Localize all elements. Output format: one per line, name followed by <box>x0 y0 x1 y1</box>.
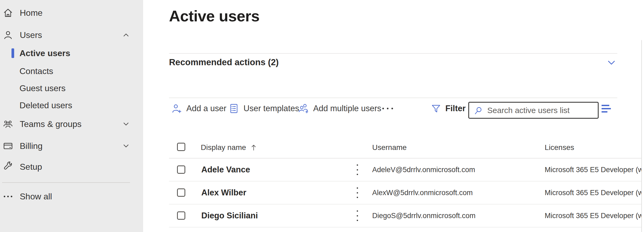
licenses-cell: Microsoft 365 E5 Developer (withou <box>545 189 642 197</box>
chevron-up-icon <box>122 31 130 39</box>
sidebar-divider <box>2 182 130 183</box>
username-cell: AdeleV@5drrlv.onmicrosoft.com <box>372 166 475 174</box>
add-multiple-users-button[interactable]: Add multiple users <box>298 102 381 115</box>
sidebar-item-show-all[interactable]: Show all <box>0 189 143 204</box>
licenses-cell: Microsoft 365 E5 Developer (withou <box>545 166 642 174</box>
add-a-user-label: Add a user <box>186 104 226 113</box>
sort-lines-icon[interactable] <box>602 105 612 114</box>
sidebar-item-guest-users[interactable]: Guest users <box>0 81 143 96</box>
sidebar-item-users[interactable]: Users <box>0 28 143 42</box>
section-divider <box>169 53 617 54</box>
setup-icon <box>3 161 13 172</box>
user-templates-button[interactable]: User templates <box>228 102 299 115</box>
section-divider <box>169 98 617 98</box>
row-checkbox[interactable] <box>177 165 185 174</box>
more-actions-button[interactable] <box>381 102 394 115</box>
search-input[interactable] <box>487 106 594 115</box>
sidebar-item-billing[interactable]: Billing <box>0 138 143 153</box>
users-icon <box>3 30 13 40</box>
row-more-actions-kebab-icon[interactable] <box>353 186 361 199</box>
row-checkbox[interactable] <box>177 188 185 197</box>
username-cell: DiegoS@5drrlv.onmicrosoft.com <box>372 212 476 220</box>
sidebar-item-label: Billing <box>20 141 42 151</box>
sidebar-item-label: Users <box>20 30 42 40</box>
search-icon <box>474 106 483 115</box>
chevron-down-icon[interactable] <box>606 57 617 68</box>
filter-label: Filter <box>445 104 466 113</box>
table-row[interactable]: Adele Vance AdeleV@5drrlv.onmicrosoft.co… <box>169 158 642 181</box>
row-more-actions-kebab-icon[interactable] <box>353 209 361 222</box>
row-checkbox[interactable] <box>177 211 185 220</box>
sidebar-item-teams-groups[interactable]: Teams & groups <box>0 117 143 132</box>
sidebar-item-deleted-users[interactable]: Deleted users <box>0 98 143 113</box>
user-templates-label: User templates <box>244 104 299 113</box>
sidebar: Home Users Active users Contacts Guest u… <box>0 0 143 232</box>
row-divider <box>169 227 642 227</box>
table-row[interactable]: Alex Wilber AlexW@5drrlv.onmicrosoft.com… <box>169 181 642 204</box>
row-more-actions-kebab-icon[interactable] <box>353 163 361 176</box>
show-all-ellipsis-icon <box>3 191 13 202</box>
recommended-actions-title: Recommended actions (2) <box>169 57 279 67</box>
recommended-actions-section[interactable]: Recommended actions (2) <box>169 55 617 71</box>
username-cell: AlexW@5drrlv.onmicrosoft.com <box>372 189 473 197</box>
sidebar-item-label: Teams & groups <box>20 119 81 129</box>
display-name-cell[interactable]: Alex Wilber <box>201 188 246 198</box>
sort-ascending-arrow-icon <box>250 144 257 151</box>
column-header-display-name[interactable]: Display name <box>201 143 257 152</box>
scrollbar-track-edge <box>641 40 642 232</box>
page-title: Active users <box>169 7 260 25</box>
sidebar-item-label: Show all <box>20 192 52 202</box>
search-box <box>468 102 599 119</box>
sidebar-item-label: Contacts <box>19 66 53 76</box>
home-icon <box>3 7 13 18</box>
people-add-icon <box>298 103 309 114</box>
teams-groups-icon <box>3 119 13 129</box>
template-list-icon <box>228 103 239 114</box>
ellipsis-icon <box>382 108 393 109</box>
sidebar-item-contacts[interactable]: Contacts <box>0 64 143 79</box>
chevron-down-icon <box>122 142 130 150</box>
sidebar-item-label: Deleted users <box>19 100 72 110</box>
select-all-checkbox[interactable] <box>177 143 185 151</box>
sidebar-item-label: Guest users <box>19 83 66 93</box>
sidebar-item-setup[interactable]: Setup <box>0 159 143 174</box>
add-multiple-users-label: Add multiple users <box>313 104 381 113</box>
table-header: Display name Username Licenses <box>169 136 642 158</box>
chevron-down-icon <box>122 120 130 128</box>
display-name-cell[interactable]: Diego Siciliani <box>201 211 258 221</box>
table-row[interactable]: Diego Siciliani DiegoS@5drrlv.onmicrosof… <box>169 204 642 227</box>
display-name-cell[interactable]: Adele Vance <box>201 165 250 175</box>
sidebar-item-label: Home <box>20 8 42 18</box>
licenses-cell: Microsoft 365 E5 Developer (withou <box>545 212 642 220</box>
filter-button[interactable]: Filter <box>431 102 466 115</box>
billing-icon <box>3 141 13 151</box>
column-header-licenses[interactable]: Licenses <box>545 143 574 152</box>
person-add-icon <box>171 103 182 114</box>
sidebar-item-active-users[interactable]: Active users <box>0 46 143 61</box>
sidebar-item-label: Setup <box>20 162 42 172</box>
sidebar-item-home[interactable]: Home <box>0 5 143 20</box>
column-header-username[interactable]: Username <box>372 143 407 152</box>
sidebar-item-label: Active users <box>19 48 70 58</box>
add-a-user-button[interactable]: Add a user <box>171 102 226 115</box>
filter-funnel-icon <box>431 103 441 114</box>
selected-indicator <box>11 48 14 58</box>
